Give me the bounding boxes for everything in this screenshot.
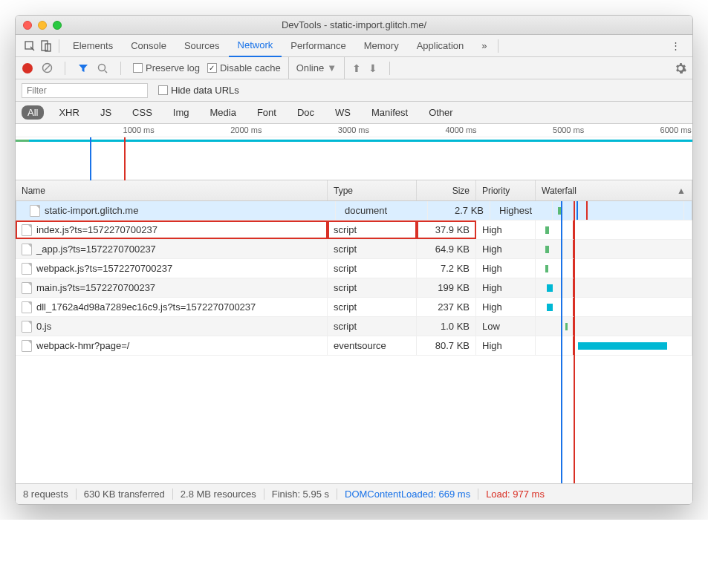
dcl-line (577, 201, 578, 220)
kebab-menu-icon[interactable]: ⋮ (665, 40, 686, 51)
load-line (573, 240, 574, 258)
table-header: Name Type Size Priority Waterfall ▲ (16, 180, 692, 201)
file-icon (22, 263, 32, 275)
file-name: 0.js (36, 321, 51, 332)
cell-size: 237 KB (417, 298, 476, 316)
type-filter-js[interactable]: JS (94, 105, 117, 120)
disable-cache-checkbox[interactable]: ✓ Disable cache (207, 62, 281, 74)
table-row[interactable]: static-import.glitch.medocument2.7 KBHig… (16, 201, 692, 220)
type-filter-ws[interactable]: WS (329, 105, 357, 120)
dcl-line (561, 298, 562, 316)
table-row[interactable]: webpack-hmr?page=/eventsource80.7 KBHigh (16, 336, 692, 356)
cell-name: dll_1762a4d98a7289ec16c9.js?ts=157227070… (16, 298, 328, 316)
status-load: Load: 977 ms (478, 489, 552, 500)
overview-tick: 1000 ms (123, 125, 155, 134)
separator (120, 62, 121, 75)
table-row[interactable]: main.js?ts=1572270700237script199 KBHigh (16, 278, 692, 298)
inspect-icon[interactable] (22, 38, 38, 54)
file-icon (22, 224, 32, 236)
overview-tick: 2000 ms (230, 125, 262, 134)
type-filter-font[interactable]: Font (251, 105, 282, 120)
record-button[interactable] (22, 62, 33, 74)
settings-gear-icon[interactable] (675, 62, 686, 74)
status-requests: 8 requests (16, 489, 77, 500)
cell-priority: High (476, 278, 536, 297)
cell-size: 1.0 KB (417, 317, 476, 336)
svg-rect-1 (42, 41, 48, 50)
type-filter-doc[interactable]: Doc (291, 105, 320, 120)
cell-priority: High (476, 240, 536, 258)
preserve-log-label: Preserve log (146, 62, 200, 74)
file-name: main.js?ts=1572270700237 (36, 282, 155, 293)
type-filter-all[interactable]: All (22, 105, 44, 120)
file-icon (30, 205, 40, 217)
col-waterfall[interactable]: Waterfall ▲ (536, 180, 692, 200)
col-size[interactable]: Size (417, 180, 476, 200)
overview-bar (16, 140, 29, 142)
cell-waterfall (536, 240, 692, 258)
overview-ruler: 1000 ms2000 ms3000 ms4000 ms5000 ms6000 … (16, 124, 692, 137)
clear-icon[interactable] (41, 62, 53, 74)
cell-waterfall (536, 278, 692, 297)
status-transferred: 630 KB transferred (77, 489, 173, 500)
dcl-line (561, 259, 562, 278)
hide-data-urls-checkbox[interactable]: Hide data URLs (158, 85, 239, 96)
filter-input[interactable] (22, 83, 148, 98)
table-row[interactable]: index.js?ts=1572270700237script37.9 KBHi… (16, 220, 692, 240)
load-line (573, 298, 574, 316)
filter-row: Hide data URLs (16, 79, 692, 102)
resource-type-filters: AllXHRJSCSSImgMediaFontDocWSManifestOthe… (16, 102, 692, 124)
table-row[interactable]: dll_1762a4d98a7289ec16c9.js?ts=157227070… (16, 298, 692, 317)
status-resources: 2.8 MB resources (173, 489, 264, 500)
tab-console[interactable]: Console (122, 35, 175, 57)
type-filter-manifest[interactable]: Manifest (366, 105, 414, 120)
table-row[interactable]: webpack.js?ts=1572270700237script7.2 KBH… (16, 259, 692, 278)
svg-point-4 (99, 64, 105, 71)
tab-sources[interactable]: Sources (175, 35, 229, 57)
waterfall-bar (545, 246, 549, 253)
cell-priority: High (476, 259, 536, 278)
table-row[interactable]: _app.js?ts=1572270700237script64.9 KBHig… (16, 240, 692, 259)
filter-icon[interactable] (77, 62, 89, 74)
col-priority[interactable]: Priority (476, 180, 536, 200)
type-filter-other[interactable]: Other (423, 105, 459, 120)
tab-application[interactable]: Application (408, 35, 473, 57)
col-name[interactable]: Name (16, 180, 328, 200)
load-line (573, 220, 574, 239)
col-type[interactable]: Type (328, 180, 417, 200)
cell-size: 7.2 KB (417, 259, 476, 278)
overview-timeline[interactable]: 1000 ms2000 ms3000 ms4000 ms5000 ms6000 … (16, 124, 692, 180)
upload-har-icon[interactable]: ⬆ (352, 62, 361, 74)
throttle-select[interactable]: Online ▼ (288, 57, 345, 79)
file-name: webpack-hmr?page=/ (36, 340, 129, 351)
search-icon[interactable] (97, 62, 108, 74)
cell-size: 37.9 KB (417, 220, 476, 239)
tab-performance[interactable]: Performance (282, 35, 354, 57)
network-toolbar: Preserve log ✓ Disable cache Online ▼ ⬆ … (16, 57, 692, 79)
file-icon (22, 340, 32, 352)
cell-priority: High (476, 298, 536, 316)
type-filter-img[interactable]: Img (167, 105, 195, 120)
type-filter-css[interactable]: CSS (126, 105, 158, 120)
download-har-icon[interactable]: ⬇ (368, 62, 377, 74)
file-icon (22, 244, 32, 255)
cell-priority: High (476, 220, 536, 239)
tab-memory[interactable]: Memory (355, 35, 408, 57)
preserve-log-checkbox[interactable]: Preserve log (133, 62, 200, 74)
tab-network[interactable]: Network (229, 35, 282, 57)
load-line (573, 278, 574, 297)
type-filter-xhr[interactable]: XHR (53, 105, 85, 120)
waterfall-bar (547, 284, 553, 292)
status-dcl: DOMContentLoaded: 669 ms (337, 489, 478, 500)
table-row[interactable]: 0.jsscript1.0 KBLow (16, 317, 692, 336)
type-filter-media[interactable]: Media (204, 105, 241, 120)
tab-elements[interactable]: Elements (64, 35, 122, 57)
dcl-line (561, 278, 562, 297)
device-icon[interactable] (38, 38, 54, 54)
more-tabs-icon[interactable]: » (475, 40, 493, 51)
cell-name: main.js?ts=1572270700237 (16, 278, 328, 297)
waterfall-bar (565, 323, 568, 330)
file-icon (22, 321, 32, 333)
cell-name: webpack.js?ts=1572270700237 (16, 259, 328, 278)
cell-waterfall (536, 259, 692, 278)
